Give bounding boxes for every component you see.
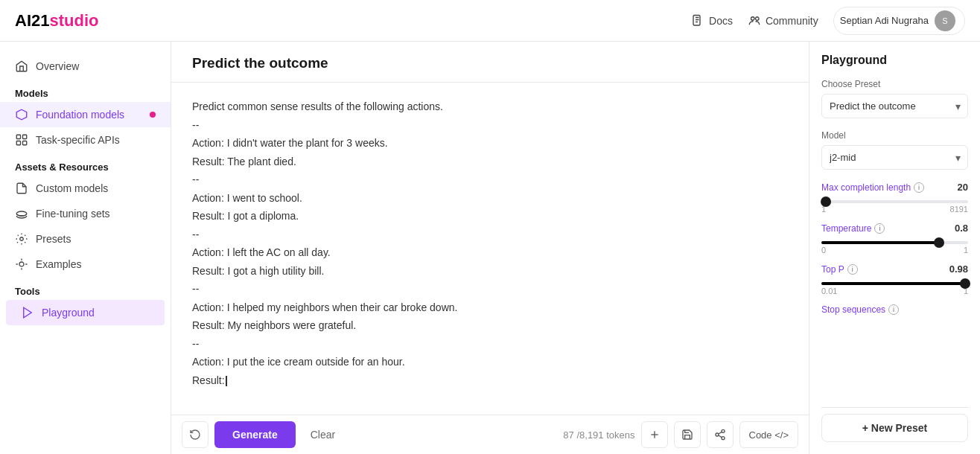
choose-preset-label: Choose Preset bbox=[821, 79, 968, 89]
generate-button[interactable]: Generate bbox=[214, 421, 296, 448]
top-p-row: Top P i 0.98 bbox=[821, 263, 968, 275]
top-p-fill bbox=[821, 282, 965, 285]
clear-button[interactable]: Clear bbox=[302, 421, 344, 448]
svg-point-8 bbox=[20, 237, 24, 241]
user-name: Septian Adi Nugraha bbox=[840, 15, 929, 26]
svg-point-14 bbox=[716, 433, 719, 436]
preset-select[interactable]: Predict the outcome bbox=[821, 94, 968, 118]
editor-line: Action: I put the ice cream outside for … bbox=[192, 353, 788, 371]
temperature-fill bbox=[821, 241, 939, 244]
community-link[interactable]: Community bbox=[748, 14, 818, 28]
share-icon bbox=[714, 429, 726, 441]
svg-line-17 bbox=[718, 432, 722, 434]
app-header: AI21 studio Docs Community Septian Adi N… bbox=[0, 0, 980, 42]
max-completion-slider[interactable] bbox=[821, 200, 968, 203]
editor-line: -- bbox=[192, 170, 788, 189]
sidebar-item-custom-models[interactable]: Custom models bbox=[0, 176, 171, 201]
sidebar-section-assets: Assets & Resources bbox=[0, 153, 171, 176]
community-icon bbox=[748, 14, 761, 28]
code-label: Code </> bbox=[749, 429, 789, 441]
sidebar-item-presets[interactable]: Presets bbox=[0, 226, 171, 252]
add-button[interactable] bbox=[641, 421, 668, 448]
svg-rect-3 bbox=[16, 135, 20, 138]
sidebar-item-label-foundation: Foundation models bbox=[36, 109, 124, 121]
editor-line: Result: I got a high utility bill. bbox=[192, 262, 788, 281]
sidebar-item-label-custom: Custom models bbox=[36, 182, 108, 194]
header-right: Docs Community Septian Adi Nugraha S bbox=[691, 7, 965, 35]
editor-line: Result: The plant died. bbox=[192, 153, 788, 171]
refresh-button[interactable] bbox=[182, 421, 209, 448]
svg-rect-5 bbox=[16, 141, 20, 145]
sidebar-item-label-examples: Examples bbox=[36, 258, 81, 270]
plus-icon bbox=[649, 429, 661, 441]
new-preset-button[interactable]: + New Preset bbox=[821, 414, 968, 442]
presets-icon bbox=[15, 232, 28, 246]
editor-line: Action: I went to school. bbox=[192, 189, 788, 208]
content-area: Predict the outcome Predict common sense… bbox=[171, 42, 809, 454]
sidebar-item-foundation-models[interactable]: Foundation models bbox=[0, 102, 171, 127]
avatar: S bbox=[935, 10, 955, 31]
editor-area[interactable]: Predict common sense results of the foll… bbox=[171, 83, 809, 415]
examples-icon bbox=[15, 258, 28, 271]
sidebar-item-label-presets: Presets bbox=[36, 233, 71, 245]
model-select-wrapper: j2-mid ▾ bbox=[821, 145, 968, 170]
refresh-icon bbox=[189, 429, 201, 441]
share-button[interactable] bbox=[707, 421, 734, 448]
sidebar-item-task-specific[interactable]: Task-specific APIs bbox=[0, 127, 171, 153]
top-p-info-icon[interactable]: i bbox=[847, 264, 858, 275]
stop-sequences-label: Stop sequences bbox=[821, 304, 885, 315]
custom-models-icon bbox=[15, 182, 28, 195]
temperature-row: Temperature i 0.8 bbox=[821, 223, 968, 234]
svg-marker-10 bbox=[24, 307, 32, 318]
sidebar-item-label-playground: Playground bbox=[42, 307, 95, 319]
stop-sequences-row: Stop sequences i bbox=[821, 304, 968, 315]
fine-tuning-icon bbox=[15, 207, 28, 220]
svg-line-16 bbox=[718, 435, 722, 438]
editor-line: Result: My neighbors were grateful. bbox=[192, 316, 788, 335]
token-count: 87 /8,191 tokens bbox=[563, 429, 634, 441]
svg-rect-4 bbox=[23, 135, 27, 138]
right-panel: Playground Choose Preset Predict the out… bbox=[809, 42, 980, 454]
top-p-label: Top P bbox=[821, 264, 844, 275]
content-header: Predict the outcome bbox=[171, 42, 809, 83]
svg-point-1 bbox=[751, 16, 754, 20]
max-completion-range: 1 8191 bbox=[821, 205, 968, 214]
temperature-value: 0.8 bbox=[955, 223, 968, 234]
foundation-icon bbox=[15, 108, 28, 121]
model-select[interactable]: j2-mid bbox=[821, 145, 968, 170]
save-icon bbox=[681, 429, 693, 441]
stop-sequences-info-icon[interactable]: i bbox=[888, 304, 899, 315]
model-label: Model bbox=[821, 130, 968, 141]
toolbar: Generate Clear 87 /8,191 tokens Code </> bbox=[171, 415, 809, 454]
max-completion-row: Max completion length i 20 bbox=[821, 182, 968, 193]
max-completion-info-icon[interactable]: i bbox=[914, 182, 924, 193]
docs-link[interactable]: Docs bbox=[691, 14, 733, 28]
sidebar-item-examples[interactable]: Examples bbox=[0, 252, 171, 277]
temperature-info-icon[interactable]: i bbox=[874, 223, 885, 234]
code-button[interactable]: Code </> bbox=[739, 421, 799, 448]
max-completion-thumb[interactable] bbox=[821, 196, 831, 207]
sidebar-item-playground[interactable]: Playground bbox=[6, 300, 165, 325]
temperature-range: 0 1 bbox=[821, 246, 968, 255]
save-button[interactable] bbox=[674, 421, 701, 448]
editor-line: Result: I got a diploma. bbox=[192, 207, 788, 226]
svg-point-2 bbox=[755, 16, 759, 20]
editor-line: Predict common sense results of the foll… bbox=[192, 97, 788, 116]
max-completion-label: Max completion length bbox=[821, 182, 911, 193]
sidebar-section-models: Models bbox=[0, 79, 171, 102]
logo[interactable]: AI21 studio bbox=[15, 11, 98, 31]
temperature-slider[interactable] bbox=[821, 241, 968, 244]
task-icon bbox=[15, 133, 28, 147]
sidebar: Overview Models Foundation models Task-s… bbox=[0, 42, 171, 454]
svg-rect-6 bbox=[23, 141, 27, 145]
temperature-thumb[interactable] bbox=[934, 237, 944, 248]
user-badge[interactable]: Septian Adi Nugraha S bbox=[833, 7, 965, 35]
docs-icon bbox=[691, 14, 704, 28]
svg-rect-0 bbox=[693, 15, 700, 25]
preset-select-wrapper: Predict the outcome ▾ bbox=[821, 94, 968, 118]
sidebar-item-fine-tuning[interactable]: Fine-tuning sets bbox=[0, 201, 171, 226]
top-p-thumb[interactable] bbox=[960, 278, 970, 289]
editor-line: Result: bbox=[192, 371, 788, 390]
sidebar-item-overview[interactable]: Overview bbox=[0, 54, 171, 79]
top-p-slider[interactable] bbox=[821, 282, 968, 285]
